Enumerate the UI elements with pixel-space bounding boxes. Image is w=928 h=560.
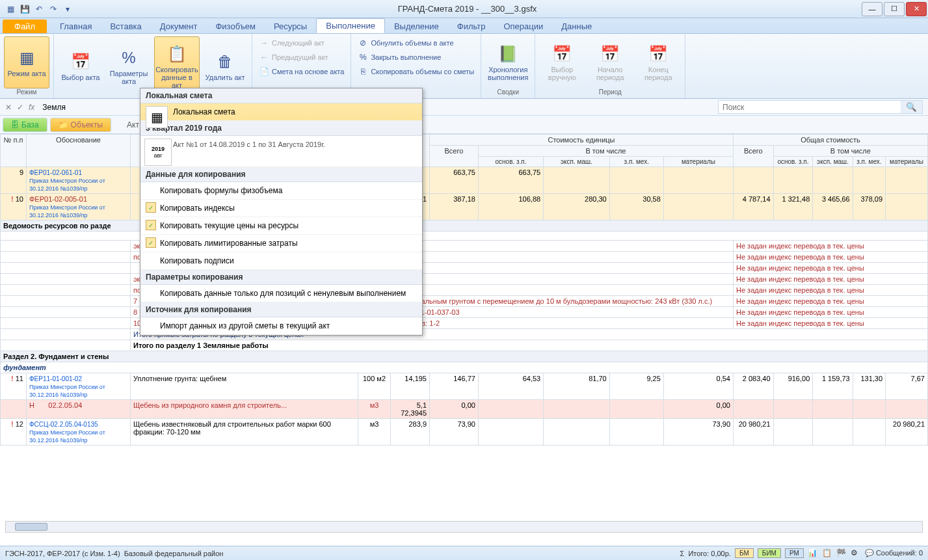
search-input[interactable] [719,101,901,113]
table-row[interactable]: фундамент [1,362,928,373]
tab-execution[interactable]: Выполнение [316,18,385,33]
mode-act-button[interactable]: ▦ Режим акта [4,36,49,88]
file-tab[interactable]: Файл [3,20,47,33]
dd-copy-prices[interactable]: ✓Копировать текущие цены на ресурсы [140,217,422,235]
tab-filter[interactable]: Фильтр [448,20,495,33]
tab-main[interactable]: Главная [51,20,101,33]
minimize-button[interactable]: — [862,2,882,16]
search-button[interactable]: 🔍 [901,101,922,113]
tab-document[interactable]: Документ [151,20,207,33]
dd-copy-formulas[interactable]: Копировать формулы физобъема [140,182,422,200]
cancel-icon[interactable]: ✕ [5,103,12,112]
col-t-incl[interactable]: В том числе [773,146,927,157]
fx-icon[interactable]: fx [29,103,34,112]
tab-data[interactable]: Данные [552,20,601,33]
col-unit-cost[interactable]: Стоимость единицы [430,135,734,146]
dd-nonzero-only[interactable]: Копировать данные только для позиций с н… [140,285,422,302]
table-row[interactable]: ! 11 ФЕР11-01-001-02Приказ Минстроя Росс… [1,373,928,400]
act-params-button[interactable]: %Параметры акта [106,36,152,96]
scrollbar-thumb[interactable] [15,523,47,531]
window-title: ГРАНД-Смета 2019 - __300__3.gsfx [73,4,862,14]
app-icon: ▦ [5,4,16,14]
calendar-icon: 📅 [600,44,620,64]
calendar-icon: 📅 [70,51,91,72]
calendar-icon: 📅 [648,44,669,64]
status-region: Базовый федеральный район [124,550,224,557]
tab-volume[interactable]: Физобъем [206,20,265,33]
col-t-zpm[interactable]: з.п. мех. [853,157,885,167]
col-t-total[interactable]: Всего [734,146,774,167]
col-t-mat[interactable]: материалы [886,157,928,167]
delete-icon: 🗑 [215,51,235,72]
status-left: ГЭСН-2017, ФЕР-2017 (с Изм. 1-4) Базовый… [5,550,223,557]
messages-count[interactable]: 💬 Сообщений: 0 [865,549,923,557]
horizontal-scrollbar[interactable] [5,521,923,533]
select-act-button[interactable]: 📅Выбор акта [58,36,103,96]
qat-more-icon[interactable]: ▾ [62,4,73,14]
col-u-ozp[interactable]: основ. з.п. [478,157,543,167]
calendar-icon: 2019 авг [144,139,172,166]
dd-import-other[interactable]: Импорт данных из другой сметы в текущий … [140,317,422,335]
status-right: Σ Итого: 0,00р. БМ БИМ РМ 📊 📋 🏁 ⚙ 💬 Сооб… [680,548,923,559]
prev-act-button[interactable]: ←Предыдущий акт [256,51,347,64]
rm-badge[interactable]: РМ [785,548,804,558]
tab-selection[interactable]: Выделение [385,20,448,33]
base-tab[interactable]: 🗄База [3,118,47,132]
save-icon[interactable]: 💾 [20,4,30,14]
tab-resources[interactable]: Ресурсы [265,20,316,33]
delete-act-button[interactable]: 🗑Удалить акт [202,36,248,96]
table-row[interactable]: Итого по разделу 1 Земляные работы [1,340,928,351]
copy-volumes-button[interactable]: ⎘Скопировать объемы со сметы [355,65,477,78]
dd-act-item[interactable]: 2019 авг Акт №1 от 14.08.2019 с 1 по 31 … [140,136,422,167]
dd-section-copy-data: Данные для копирования [140,167,422,182]
warning-icon: ! [11,375,14,382]
status-icon-3[interactable]: 🏁 [836,548,847,559]
status-icon-4[interactable]: ⚙ [851,548,861,559]
bim-badge[interactable]: БИМ [758,548,781,558]
col-u-zpm[interactable]: з.п. мех. [609,157,663,167]
col-u-incl[interactable]: В том числе [478,146,733,157]
dd-copy-signatures[interactable]: Копировать подписи [140,252,422,270]
objects-tab[interactable]: 📁Объекты [50,118,112,132]
col-num[interactable]: № п.п [1,135,27,167]
undo-icon[interactable]: ↶ [34,4,44,14]
close-execution-button[interactable]: %Закрыть выполнение [355,51,477,64]
tab-insert[interactable]: Вставка [101,20,150,33]
dd-copy-indexes[interactable]: ✓Копировать индексы [140,200,422,217]
col-total-cost[interactable]: Общая стоимость [734,135,928,146]
copy-icon: 📋 [166,44,187,64]
table-row[interactable]: Н 02.2.05.04 Щебень из природного камня … [1,400,928,419]
calendar-icon: 📅 [551,44,572,64]
redo-icon[interactable]: ↷ [48,4,59,14]
search-box: 🔍 [718,100,923,114]
copy-to-act-button[interactable]: 📋Скопировать данные в акт [154,36,200,96]
table-icon: ▦ [146,106,168,128]
col-u-total[interactable]: Всего [430,146,479,167]
status-icon-1[interactable]: 📊 [808,548,818,559]
col-basis[interactable]: Обоснование [27,135,131,167]
dd-section-copy-params: Параметры копирования [140,270,422,285]
dd-section-source: Источник для копирования [140,302,422,317]
dd-section-quarter: 3 квартал 2019 года [140,121,422,136]
estimate-from-act-button[interactable]: 📄Смета на основе акта [256,65,347,78]
close-button[interactable]: ✕ [906,2,927,16]
col-t-em[interactable]: эксп. маш. [813,157,853,167]
status-icon-2[interactable]: 📋 [822,548,832,559]
tab-operations[interactable]: Операции [494,20,552,33]
dd-local-estimate[interactable]: ▦ Локальная смета [140,103,422,121]
chronology-button[interactable]: 📗Хронология выполнения [485,36,531,88]
table-row[interactable]: Раздел 2. Фундамент и стены [1,351,928,362]
group-mode-label: Режим [17,88,37,96]
doc-icon: 📄 [259,66,269,77]
col-t-ozp[interactable]: основ. з.п. [773,157,813,167]
maximize-button[interactable]: ☐ [884,2,905,16]
group-chronology-label: Сводки [497,88,520,96]
table-row[interactable]: ! 12 ФССЦ-02.2.05.04-0135Приказ Минстроя… [1,419,928,446]
col-u-mat[interactable]: материалы [663,157,733,167]
next-act-button[interactable]: →Следующий акт [256,36,347,49]
accept-icon[interactable]: ✓ [17,103,23,112]
reset-volumes-button[interactable]: ⊘Обнулить объемы в акте [355,36,477,49]
dd-copy-limited[interactable]: ✓Копировать лимитированные затраты [140,235,422,252]
bm-badge[interactable]: БМ [735,548,754,558]
col-u-em[interactable]: эксп. маш. [544,157,610,167]
